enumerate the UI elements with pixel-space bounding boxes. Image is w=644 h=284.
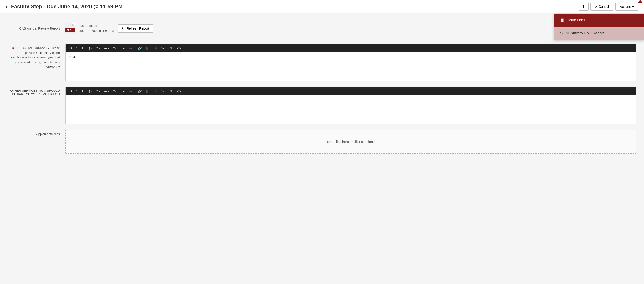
table-button[interactable]: ⊞ bbox=[144, 46, 150, 51]
code-button[interactable]: </> bbox=[175, 46, 183, 51]
toolbar-separator-9 bbox=[152, 89, 152, 93]
unordered-list-button-2[interactable]: ≡▾ bbox=[112, 89, 118, 94]
toolbar-separator-8 bbox=[135, 89, 135, 93]
submit-option[interactable]: ↪ Submit to HoD Report bbox=[554, 27, 644, 40]
link-button-2[interactable]: 🔗 bbox=[136, 89, 144, 94]
bold-button-2[interactable]: B bbox=[68, 89, 73, 94]
report-dates: Last Updated June 11, 2020 at 1:03 PM bbox=[79, 24, 114, 34]
bold-button[interactable]: B bbox=[68, 46, 73, 51]
unordered-list-button[interactable]: ≡▾ bbox=[112, 46, 118, 51]
redo-button[interactable]: ↪ bbox=[160, 46, 166, 51]
refresh-icon: ↻ bbox=[122, 27, 125, 30]
redo-button-2[interactable]: ↪ bbox=[160, 89, 166, 94]
back-icon: ‹ bbox=[6, 4, 7, 9]
ordered-list-button[interactable]: ≔▾ bbox=[102, 46, 110, 51]
supplemental-files-label: Supplemental files bbox=[8, 130, 60, 154]
main-content: CAS Annual Review Report PDF Last Update… bbox=[0, 13, 644, 165]
supplemental-files-row: Supplemental files Drop files here or cl… bbox=[8, 130, 636, 154]
toolbar-separator-7 bbox=[120, 89, 120, 93]
ordered-list-button-2[interactable]: ≔▾ bbox=[102, 89, 110, 94]
actions-chevron-icon: ▾ bbox=[632, 5, 634, 9]
underline-button[interactable]: U bbox=[79, 46, 84, 51]
submit-icon: ↪ bbox=[560, 31, 563, 35]
header: ‹ Faculty Step - Due June 14, 2020 @ 11:… bbox=[0, 0, 644, 13]
executive-summary-row: ★EXECUTIVE SUMMARY Please provide a summ… bbox=[8, 44, 636, 81]
align-button-2[interactable]: ≡▾ bbox=[95, 89, 102, 94]
indent-button[interactable]: ⇥ bbox=[128, 46, 134, 51]
toolbar-separator-2 bbox=[120, 46, 120, 50]
indent-button-2[interactable]: ⇥ bbox=[128, 89, 134, 94]
page-title: Faculty Step - Due June 14, 2020 @ 11:59… bbox=[11, 4, 578, 10]
table-button-2[interactable]: ⊞ bbox=[144, 89, 150, 94]
upload-placeholder: Drop files here or click to upload bbox=[327, 140, 375, 144]
actions-button[interactable]: Actions ▾ bbox=[615, 3, 638, 11]
highlight-button-2[interactable]: ✎ bbox=[168, 89, 174, 94]
submit-label: Submit to HoD Report bbox=[566, 31, 604, 35]
undo-button-2[interactable]: ↩ bbox=[153, 89, 159, 94]
outdent-button-2[interactable]: ⇤ bbox=[121, 89, 127, 94]
cancel-label: ✕ Cancel bbox=[595, 5, 609, 9]
other-services-editor[interactable]: B I U ¶▾ ≡▾ ≔▾ ≡▾ ⇤ ⇥ bbox=[66, 87, 636, 124]
toolbar-separator-5 bbox=[167, 46, 167, 50]
paragraph-button[interactable]: ¶▾ bbox=[87, 46, 94, 51]
download-icon: ⬇ bbox=[582, 5, 585, 9]
toolbar-separator-10 bbox=[167, 89, 167, 93]
toolbar-separator-4 bbox=[152, 46, 152, 50]
refresh-report-button[interactable]: ↻ Refresh Report bbox=[118, 25, 153, 33]
other-services-content[interactable] bbox=[66, 95, 636, 124]
underline-button-2[interactable]: U bbox=[79, 89, 84, 94]
editor1-toolbar: B I U ¶▾ ≡▾ ≔▾ ≡▾ ⇤ ⇥ bbox=[66, 44, 636, 53]
save-draft-label: Save Draft bbox=[568, 18, 586, 22]
upload-zone[interactable]: Drop files here or click to upload bbox=[66, 130, 636, 154]
executive-summary-editor[interactable]: B I U ¶▾ ≡▾ ≔▾ ≡▾ ⇤ ⇥ bbox=[66, 44, 636, 81]
pdf-icon: PDF bbox=[66, 23, 75, 34]
report-info: PDF Last Updated June 11, 2020 at 1:03 P… bbox=[66, 23, 153, 34]
italic-button[interactable]: I bbox=[74, 46, 78, 51]
actions-label: Actions bbox=[620, 5, 631, 9]
paragraph-button-2[interactable]: ¶▾ bbox=[87, 89, 94, 94]
link-button[interactable]: 🔗 bbox=[136, 46, 144, 51]
align-button[interactable]: ≡▾ bbox=[95, 46, 102, 51]
cancel-button[interactable]: ✕ Cancel bbox=[590, 3, 614, 11]
toolbar-separator-3 bbox=[135, 46, 135, 50]
dropdown-arrow-icon bbox=[637, 0, 643, 3]
outdent-button[interactable]: ⇤ bbox=[121, 46, 127, 51]
header-actions: ⬇ ✕ Cancel Actions ▾ bbox=[578, 3, 638, 11]
refresh-label: Refresh Report bbox=[126, 27, 149, 30]
executive-summary-content[interactable]: Test bbox=[66, 53, 636, 81]
executive-summary-label: ★EXECUTIVE SUMMARY Please provide a summ… bbox=[8, 44, 60, 81]
toolbar-separator-1 bbox=[86, 46, 86, 50]
other-services-row: OTHER SERVICES THAT SHOULD BE PART OF YO… bbox=[8, 87, 636, 124]
actions-dropdown: 📋 Save Draft ↪ Submit to HoD Report bbox=[554, 13, 644, 40]
report-label: CAS Annual Review Report bbox=[8, 27, 60, 30]
other-services-label: OTHER SERVICES THAT SHOULD BE PART OF YO… bbox=[8, 87, 60, 124]
undo-button[interactable]: ↩ bbox=[153, 46, 159, 51]
highlight-button[interactable]: ✎ bbox=[168, 46, 174, 51]
italic-button-2[interactable]: I bbox=[74, 89, 78, 94]
back-button[interactable]: ‹ bbox=[6, 4, 7, 9]
report-section: CAS Annual Review Report PDF Last Update… bbox=[8, 19, 636, 38]
save-draft-icon: 📋 bbox=[560, 18, 564, 22]
required-star: ★ bbox=[12, 46, 14, 50]
code-button-2[interactable]: </> bbox=[175, 89, 183, 94]
download-button[interactable]: ⬇ bbox=[578, 3, 588, 11]
toolbar-separator-6 bbox=[86, 89, 86, 93]
editor2-toolbar: B I U ¶▾ ≡▾ ≔▾ ≡▾ ⇤ ⇥ bbox=[66, 87, 636, 95]
svg-text:PDF: PDF bbox=[67, 29, 71, 31]
save-draft-option[interactable]: 📋 Save Draft bbox=[554, 14, 644, 27]
